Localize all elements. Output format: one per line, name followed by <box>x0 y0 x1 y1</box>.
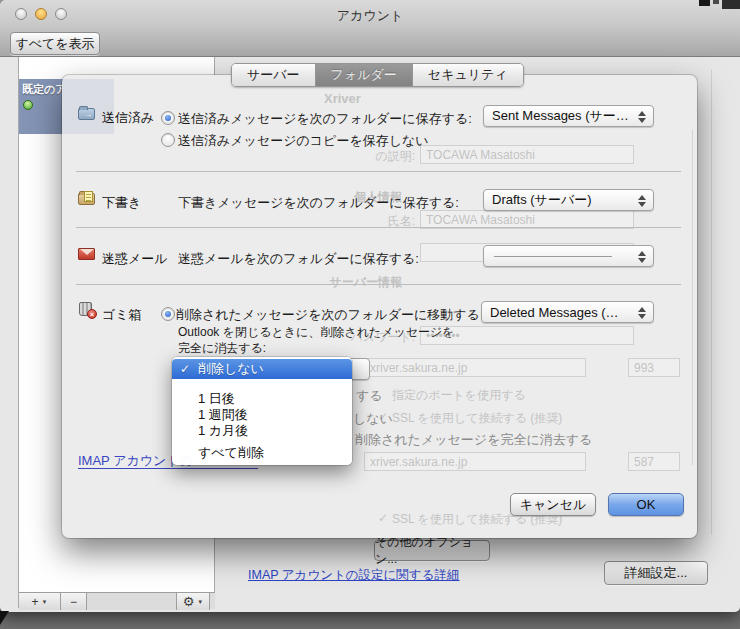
background-window-fragment <box>713 0 719 4</box>
ok-button[interactable]: OK <box>608 493 684 516</box>
background-window-fragment <box>722 0 740 9</box>
purge-label-line1: Outlook を閉じるときに、削除されたメッセージを <box>178 324 455 341</box>
stepper-arrows-icon <box>638 194 646 208</box>
disabled-text-fragment: する <box>356 387 383 405</box>
trash-move-radio-label[interactable]: 削除されたメッセージを次のフォルダーに移動する: <box>176 306 484 324</box>
mouse-cursor <box>0 611 9 625</box>
ghost-outgoing-server-field: xriver.sakura.ne.jp <box>364 452 586 471</box>
gear-menu-button[interactable]: ⚙ ▼ <box>177 593 210 610</box>
sent-row-label: 送信済み <box>102 109 154 127</box>
panel-edge <box>711 70 712 535</box>
link-underline <box>78 468 258 469</box>
add-account-button[interactable]: + ▼ <box>19 593 61 610</box>
empty-value-dash <box>494 256 612 257</box>
junk-folder-dropdown[interactable] <box>483 245 654 267</box>
drafts-folder-icon <box>78 190 96 206</box>
menu-item-one-month[interactable]: 1 カ月後 <box>172 423 352 439</box>
folder-settings-sheet: Xriver の説明: TOCAWA Masatoshi 個人情報 氏名: TO… <box>62 75 697 538</box>
trash-icon: × <box>78 301 96 317</box>
background-window-fragment <box>699 0 710 6</box>
more-options-button[interactable]: その他のオプション... <box>374 540 490 561</box>
trash-move-radio[interactable] <box>161 307 175 321</box>
disabled-text-fragment: しない <box>353 410 393 428</box>
window-titlebar[interactable]: アカウント すべてを表示 <box>0 0 740 57</box>
chevron-down-icon: ▼ <box>197 599 203 605</box>
drafts-folder-dropdown-value: Drafts (サーバー) <box>492 191 592 209</box>
screen: アカウント すべてを表示 既定のアカウント + ▼ − ⚙ ▼ その他のオプショ… <box>0 0 740 629</box>
junk-row-label: 迷惑メール <box>102 250 168 268</box>
chevron-down-icon: ▼ <box>42 599 48 605</box>
stepper-arrows-icon <box>638 250 646 264</box>
separator <box>76 171 681 172</box>
disabled-text-fragment: 削除されたメッセージを完全に消去する <box>355 431 592 449</box>
gear-icon: ⚙ <box>183 595 195 608</box>
drafts-folder-dropdown[interactable]: Drafts (サーバー) <box>483 189 654 211</box>
advanced-settings-button[interactable]: 詳細設定... <box>604 561 708 585</box>
menu-item-one-week[interactable]: 1 週間後 <box>172 407 352 423</box>
ghost-port-checkbox-label: 指定のポートを使用する <box>392 387 526 404</box>
list-action-bar: + ▼ − ⚙ ▼ <box>19 592 215 609</box>
menu-item-delete-all[interactable]: すべて削除 <box>172 445 352 461</box>
stepper-arrows-icon <box>638 306 646 320</box>
action-bar-spacer <box>87 593 177 610</box>
trash-folder-dropdown[interactable]: Deleted Messages (… <box>481 301 654 323</box>
junk-mail-icon <box>78 246 96 262</box>
cancel-button[interactable]: キャンセル <box>510 493 596 516</box>
show-all-button[interactable]: すべてを表示 <box>10 32 100 55</box>
online-status-icon <box>23 100 33 110</box>
menu-gap <box>172 379 352 391</box>
tab-security[interactable]: セキュリティ <box>413 64 523 86</box>
sheet-tab-bar: サーバー フォルダー セキュリティ <box>231 63 524 87</box>
account-group-header: 既定のアカウント <box>22 82 64 97</box>
accounts-window: アカウント すべてを表示 既定のアカウント + ▼ − ⚙ ▼ その他のオプショ… <box>0 0 740 612</box>
ghost-incoming-server-field: xriver.sakura.ne.jp <box>364 358 586 377</box>
sent-save-radio-label[interactable]: 送信済みメッセージを次のフォルダーに保存する: <box>178 110 472 128</box>
sent-save-radio[interactable] <box>161 111 175 125</box>
menu-item-one-day[interactable]: 1 日後 <box>172 391 352 407</box>
sent-nosave-radio-label[interactable]: 送信済みメッセージのコピーを保存しない <box>178 132 429 150</box>
trash-folder-dropdown-value: Deleted Messages (… <box>490 305 619 320</box>
ghost-description-label: の説明: <box>315 148 415 165</box>
imap-help-link[interactable]: IMAP アカウントの設定に関する詳細 <box>248 567 459 584</box>
purge-options-menu: ✓ 削除しない 1 日後 1 週間後 1 カ月後 すべて削除 <box>172 357 352 465</box>
ghost-incoming-port-field: 993 <box>628 358 680 377</box>
window-title: アカウント <box>0 7 740 25</box>
tab-server[interactable]: サーバー <box>232 64 316 86</box>
ghost-ssl-check-2: ✓ <box>378 511 388 525</box>
junk-text: 迷惑メールを次のフォルダーに保存する: <box>178 250 419 268</box>
plus-icon: + <box>32 595 39 609</box>
ghost-outgoing-port-field: 587 <box>628 452 680 471</box>
stepper-arrows-icon <box>638 110 646 124</box>
ghost-ssl-checkbox-label: SSL を使用して接続する (推奨) <box>392 410 562 427</box>
trash-row-label: ゴミ箱 <box>102 306 142 324</box>
tab-folder[interactable]: フォルダー <box>316 64 413 86</box>
separator <box>76 284 681 285</box>
sent-folder-dropdown-value: Sent Messages (サー… <box>492 107 629 125</box>
drafts-text: 下書きメッセージを次のフォルダーに保存する: <box>178 194 459 212</box>
sent-folder-dropdown[interactable]: Sent Messages (サー… <box>483 105 654 127</box>
ghost-account-name: Xriver <box>324 91 361 106</box>
remove-account-button[interactable]: − <box>61 593 87 610</box>
checkmark-icon: ✓ <box>180 359 190 379</box>
ghost-panel-edge <box>692 130 693 465</box>
ghost-server-section: サーバー情報 <box>302 274 402 291</box>
drafts-row-label: 下書き <box>102 194 141 212</box>
minus-icon: − <box>70 595 77 609</box>
purge-label-line2: 完全に消去する: <box>178 340 266 357</box>
sent-folder-icon: → <box>78 105 96 121</box>
menu-item-never-delete[interactable]: ✓ 削除しない <box>172 359 352 379</box>
sent-nosave-radio[interactable] <box>161 133 175 147</box>
separator <box>76 227 681 228</box>
ghost-description-field: TOCAWA Masatoshi <box>420 145 634 164</box>
